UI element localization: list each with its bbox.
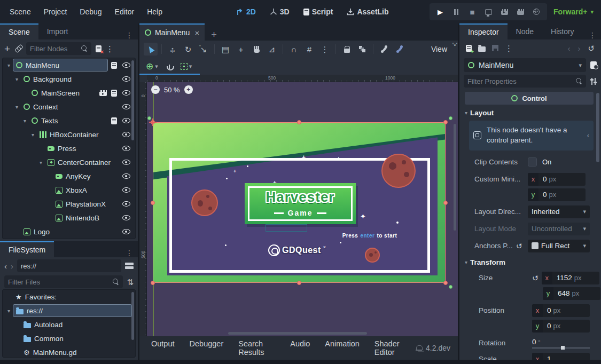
move-tool-button[interactable]: ↔↕ [166, 43, 179, 56]
inspector-menu-button[interactable]: ⋮ [584, 31, 601, 39]
toggle-visibility-button[interactable] [120, 76, 132, 82]
pan-tool-button[interactable] [249, 43, 263, 56]
menu-editor[interactable]: Editor [110, 5, 140, 18]
sort-files-button[interactable]: ⇅ [127, 278, 134, 286]
add-node-button[interactable]: + [4, 44, 10, 54]
tab-history[interactable]: History [542, 23, 583, 39]
axis-field-x[interactable]: x0px [532, 304, 590, 317]
selected-file-box[interactable]: res:// [13, 304, 132, 317]
selected-node-box[interactable]: MainMenu [13, 59, 108, 72]
fs-row-common[interactable]: Common [3, 331, 135, 345]
bottom-tab-output[interactable]: Output [145, 336, 181, 360]
viewport-vertical-scrollbar[interactable] [454, 124, 456, 231]
pivot-marker[interactable] [149, 118, 157, 126]
expander-icon[interactable]: ▾ [5, 308, 13, 314]
axis-field-y[interactable]: y648px [543, 287, 600, 300]
anchor-handle[interactable] [449, 116, 452, 120]
stop-button[interactable]: ■ [465, 5, 480, 19]
file-box[interactable]: ⚙MainMenu.gd [21, 346, 132, 358]
play-custom-scene-button[interactable] [513, 5, 528, 19]
tab-scene[interactable]: Scene [0, 23, 38, 39]
view-menu-button[interactable]: View [428, 45, 454, 53]
bottom-tab-shader-editor[interactable]: Shader Editor [368, 336, 414, 360]
script-badge-icon[interactable] [111, 90, 117, 97]
lock-node-button[interactable] [340, 43, 354, 56]
snap-toggle-button[interactable]: ∩ [287, 43, 301, 56]
anchor-preset-button[interactable]: ⊕ ▾ [144, 60, 160, 73]
toggle-visibility-button[interactable] [120, 201, 132, 207]
detach-script-button[interactable] [96, 45, 102, 52]
path-input[interactable] [21, 262, 118, 270]
expander-icon[interactable]: ▾ [29, 132, 37, 138]
fs-row-favorites-[interactable]: ★Favorites: [3, 290, 135, 304]
load-resource-button[interactable] [478, 46, 486, 52]
toggle-visibility-button[interactable] [120, 187, 132, 193]
close-icon[interactable]: × [194, 28, 199, 37]
toggle-visibility-button[interactable] [120, 215, 132, 220]
instance-scene-button[interactable] [13, 43, 24, 54]
split-view-toggle[interactable] [125, 263, 134, 269]
property-filters-button[interactable] [590, 78, 597, 85]
expander-icon[interactable]: ▾ [5, 62, 13, 68]
node-box[interactable]: Texts [29, 114, 108, 127]
select-tool-button[interactable] [144, 43, 158, 56]
tree-row-mainscreen[interactable]: MainScreen [3, 86, 135, 100]
pause-button[interactable] [449, 5, 464, 19]
fs-row-mainmenu-gd[interactable]: ⚙MainMenu.gd [3, 345, 135, 358]
container-sizing-button[interactable]: ▾ [178, 60, 194, 73]
context-tab-3d[interactable]: 3D [266, 6, 294, 18]
tree-row-hboxcontainer[interactable]: ▾HBoxContainer [3, 128, 135, 141]
axis-field-y[interactable]: y0px [532, 320, 590, 333]
history-forward-button[interactable]: › [577, 44, 580, 52]
tree-row-centercontainer[interactable]: ▾CenterContainer [3, 155, 135, 169]
node-box[interactable]: AnyKey [53, 170, 117, 183]
expander-icon[interactable]: ▾ [13, 104, 21, 110]
file-box[interactable]: Common [21, 332, 132, 345]
menu-debug[interactable]: Debug [74, 5, 107, 18]
node-box[interactable]: MainScreen [29, 86, 96, 99]
toggle-visibility-button[interactable] [120, 132, 132, 137]
pivot-tool-button[interactable]: + [234, 43, 248, 56]
node-box[interactable]: HBoxContainer [37, 128, 117, 141]
object-history-button[interactable]: ↺ [588, 44, 595, 52]
bottom-tab-debugger[interactable]: Debugger [183, 336, 230, 360]
menu-project[interactable]: Project [38, 5, 73, 18]
node-selector[interactable]: MainMenu ▾ [464, 58, 586, 72]
expander-icon[interactable]: ▾ [37, 160, 45, 165]
movie-maker-button[interactable] [529, 5, 544, 19]
revert-icon[interactable]: ↺ [532, 274, 538, 282]
filter-files-input[interactable] [8, 278, 113, 286]
selection-handle[interactable] [443, 281, 448, 285]
ruler-tool-button[interactable]: ⊿ [265, 43, 279, 56]
tree-row-xboxa[interactable]: XboxA [3, 183, 135, 197]
axis-field-y[interactable]: y0px [528, 188, 586, 201]
toggle-visibility-button[interactable] [120, 90, 132, 96]
play-button[interactable]: ▶ [433, 5, 448, 19]
renderer-select[interactable]: Forward+ ▾ [547, 7, 601, 16]
chevron-left-icon[interactable]: ‹ [587, 131, 589, 139]
play-scene-button[interactable] [497, 5, 512, 19]
node-box[interactable]: PlaystationX [53, 197, 117, 210]
selection-handle[interactable] [297, 281, 301, 285]
expander-icon[interactable]: ▾ [21, 118, 29, 124]
list-select-button[interactable]: ▤ [218, 43, 232, 56]
revert-icon[interactable]: ↺ [516, 242, 522, 250]
inspector-scrollbar[interactable] [596, 93, 599, 162]
skeleton-options-button[interactable] [393, 43, 407, 56]
bottom-tab-audio[interactable]: Audio [284, 336, 316, 360]
scale-tool-button[interactable]: ↘▫ [197, 43, 210, 56]
selected-control-rect[interactable]: + + + + ✦ [153, 122, 446, 283]
tab-filesystem[interactable]: FileSystem [0, 241, 54, 257]
snap-options-button[interactable]: ⋮ [318, 43, 332, 56]
notification-bell-icon[interactable] [416, 345, 422, 351]
scene-dock-menu-button[interactable]: ⋮ [121, 31, 138, 39]
node-box[interactable]: Background [21, 73, 117, 85]
tree-row-mainmenu[interactable]: ▾MainMenu [3, 58, 135, 72]
new-resource-button[interactable] [466, 45, 472, 52]
selection-handle[interactable] [297, 120, 301, 124]
toggle-visibility-button[interactable] [120, 173, 132, 179]
expander-icon[interactable]: ▾ [13, 76, 21, 82]
dropdown-full rect[interactable]: Full Rect▾ [528, 240, 590, 252]
anchor-handle[interactable] [449, 285, 452, 289]
new-scene-tab-button[interactable]: + [205, 29, 223, 41]
